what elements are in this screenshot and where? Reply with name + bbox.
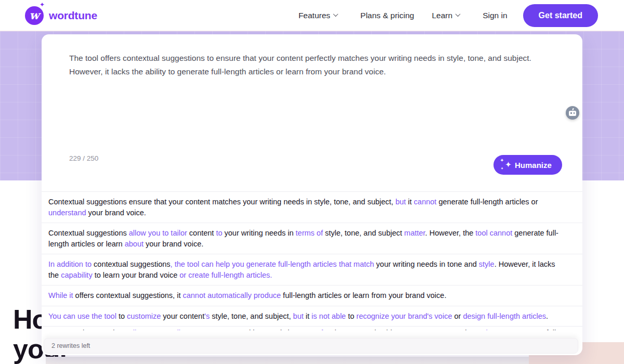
rewrite-text: . However, the <box>425 229 476 237</box>
rewrite-text: Contextual suggestions <box>48 229 129 237</box>
suggestion-row[interactable]: You can use the tool to customize your c… <box>42 306 582 327</box>
rewrite-text: offers contextual suggestions, it <box>73 291 183 300</box>
nav-label: Plans & pricing <box>360 11 414 20</box>
rewrite-changed-text: You can use the tool <box>48 312 116 320</box>
rewrite-text: . However, the <box>425 329 476 330</box>
rewrite-text: contextual suggestions <box>92 260 171 268</box>
suggestions-list: Contextual suggestions ensure that your … <box>42 191 582 330</box>
rewrite-text: your writing needs in tone and <box>374 260 479 268</box>
section-divider-strip <box>46 357 529 364</box>
rewrite-text: Contextual suggestions <box>48 329 129 330</box>
rewrite-text: style, tone, and subject, <box>210 312 291 320</box>
rewrite-changed-text: recognize your brand's voice <box>356 312 452 320</box>
rewrite-text: it <box>304 312 311 320</box>
nav-item-learn[interactable]: Learn <box>432 11 460 20</box>
input-text: The tool offers contextual suggestions t… <box>69 51 540 79</box>
rewrite-changed-text: about <box>125 240 144 248</box>
robot-eye <box>570 112 572 114</box>
rewrite-text: to <box>116 312 127 320</box>
robot-eye <box>574 112 575 114</box>
rewrite-text: it <box>406 198 414 206</box>
rewrite-text: your content <box>161 312 204 320</box>
character-counter: 229 / 250 <box>69 154 98 162</box>
rewrite-changed-text: customize <box>127 312 161 320</box>
rewrite-changed-text: but <box>291 312 304 320</box>
rewrite-changed-text: matter <box>404 329 425 330</box>
rewrite-changed-text: terms of <box>296 329 323 330</box>
humanize-label: Humanize <box>515 161 552 170</box>
rewrite-changed-text: style <box>479 260 495 268</box>
suggestion-row[interactable]: In addition to contextual suggestions, t… <box>42 254 582 285</box>
rewrite-changed-text: , the tool can help you generate full-le… <box>171 260 374 268</box>
rewrite-text: your writing needs in <box>223 229 296 237</box>
wordtune-logo[interactable]: w ✦ wordtune <box>25 6 97 25</box>
rewrite-text: generate full-length articles or <box>436 198 538 206</box>
suggestion-row[interactable]: While it offers contextual suggestions, … <box>42 285 582 306</box>
get-started-button[interactable]: Get started <box>523 4 598 27</box>
rewrite-changed-text: In addition to <box>48 260 92 268</box>
rewrite-text: to <box>346 312 356 320</box>
rewrite-changed-text: to <box>216 229 222 237</box>
rewrite-changed-text: 's <box>204 312 210 320</box>
rewrites-left-bar: 2 rewrites left <box>44 338 578 354</box>
robot-antenna <box>572 108 574 110</box>
nav-item-sign-in[interactable]: Sign in <box>483 11 507 20</box>
nav-label: Features <box>298 11 330 20</box>
page: How your w ✦ wordtune Features Plans & p… <box>0 0 624 364</box>
rewrite-text: your brand voice. <box>144 240 203 248</box>
rewrite-changed-text: cannot <box>414 198 437 206</box>
rewrite-text: . <box>546 312 548 320</box>
robot-icon[interactable] <box>566 106 579 120</box>
logo-icon: w ✦ <box>25 6 44 25</box>
rewrite-changed-text: While it <box>48 291 73 300</box>
rewrite-text: or <box>452 312 463 320</box>
nav-item-plans-pricing[interactable]: Plans & pricing <box>360 11 414 20</box>
humanizer-demo-card: The tool offers contextual suggestions t… <box>42 34 582 355</box>
rewrite-changed-text: design full-length articles <box>463 312 546 320</box>
humanize-button[interactable]: ✦✦✦ Humanize <box>493 155 562 175</box>
rewrite-changed-text: tool cannot <box>475 329 512 330</box>
nav-label: Sign in <box>483 11 507 20</box>
sparkle-icon: ✦ <box>40 2 45 8</box>
rewrite-changed-text: allow you to tailor <box>129 329 187 330</box>
rewrite-changed-text: cannot automatically produce <box>183 291 281 300</box>
rewrite-changed-text: but <box>393 198 406 206</box>
sparkles-icon: ✦✦✦ <box>502 161 510 169</box>
rewrite-text: full-length articles or learn from your … <box>281 291 446 300</box>
chevron-down-icon <box>456 11 461 17</box>
logo-w-glyph: w <box>30 9 40 21</box>
robot-face <box>569 111 576 116</box>
rewrite-text: content <box>187 329 216 330</box>
nav-links: Features Plans & pricing Learn Sign in G… <box>298 4 598 27</box>
rewrite-text: style, tone, and subject <box>323 229 404 237</box>
rewrite-text: your writing needs in <box>223 329 296 330</box>
rewrite-changed-text: capability <box>61 271 92 279</box>
text-input-area[interactable]: The tool offers contextual suggestions t… <box>42 34 582 191</box>
suggestion-row[interactable]: Contextual suggestions ensure that your … <box>42 191 582 223</box>
brand-name: wordtune <box>49 9 97 22</box>
top-navigation: w ✦ wordtune Features Plans & pricing Le… <box>0 0 624 31</box>
nav-label: Learn <box>432 11 452 20</box>
rewrite-changed-text: to <box>216 329 222 330</box>
rewrite-changed-text: is not able <box>311 312 346 320</box>
rewrite-text: style, tone, and subject <box>323 329 404 330</box>
rewrite-text: Contextual suggestions ensure that your … <box>48 198 393 206</box>
nav-item-features[interactable]: Features <box>298 11 337 20</box>
rewrite-text: your brand voice. <box>86 209 146 217</box>
chevron-down-icon <box>333 11 339 17</box>
rewrite-changed-text: or create full-length articles. <box>179 271 272 279</box>
suggestion-row-partial[interactable]: Contextual suggestions allow you to tail… <box>42 326 582 330</box>
rewrite-changed-text: tool cannot <box>475 229 512 237</box>
suggestion-row[interactable]: Contextual suggestions allow you to tail… <box>42 223 582 254</box>
rewrite-changed-text: allow you to tailor <box>129 229 187 237</box>
rewrite-changed-text: matter <box>404 229 425 237</box>
rewrite-text: content <box>187 229 216 237</box>
rewrite-changed-text: terms of <box>296 229 323 237</box>
rewrites-left-text: 2 rewrites left <box>51 342 90 349</box>
rewrite-changed-text: understand <box>48 209 86 217</box>
rewrite-text: to learn your brand voice <box>93 271 180 279</box>
